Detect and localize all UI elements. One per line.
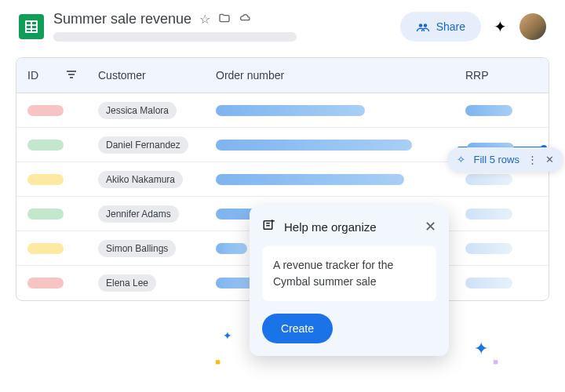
cloud-icon[interactable]: [239, 12, 251, 27]
svg-rect-11: [70, 77, 73, 78]
folder-icon[interactable]: [218, 12, 231, 27]
order-bar: [216, 243, 247, 254]
create-button[interactable]: Create: [262, 314, 333, 343]
order-bar: [216, 174, 404, 185]
fill-chip-label: Fill 5 rows: [473, 154, 519, 165]
customer-chip[interactable]: Jessica Malora: [98, 102, 177, 119]
id-badge: [27, 174, 64, 185]
svg-point-7: [418, 24, 422, 27]
svg-rect-5: [27, 30, 31, 31]
smart-fill-chip[interactable]: ✧ Fill 5 rows ⋮ ✕: [447, 147, 563, 172]
filter-icon[interactable]: [67, 69, 76, 82]
column-header-order[interactable]: Order number: [205, 58, 454, 93]
gemini-sparkle-icon[interactable]: ✦: [494, 17, 507, 36]
customer-chip[interactable]: Daniel Fernandez: [98, 136, 188, 154]
svg-rect-9: [67, 71, 76, 72]
sparkle-icon: ✦: [223, 329, 232, 342]
column-header-rrp[interactable]: RRP: [454, 58, 549, 93]
prompt-input[interactable]: A revenue tracker for the Cymbal summer …: [262, 246, 436, 301]
svg-rect-4: [32, 26, 36, 28]
share-button[interactable]: Share: [400, 12, 481, 42]
rrp-bar: [465, 174, 512, 185]
svg-rect-6: [32, 30, 36, 31]
customer-chip[interactable]: Jennifer Adams: [98, 205, 179, 223]
rrp-bar: [465, 209, 512, 220]
id-badge: [27, 140, 64, 151]
customer-chip[interactable]: Simon Ballings: [98, 240, 176, 257]
table-row[interactable]: Jessica Malora: [16, 93, 549, 128]
close-icon[interactable]: ✕: [545, 154, 554, 165]
close-icon[interactable]: ✕: [425, 218, 436, 235]
more-icon[interactable]: ⋮: [527, 154, 538, 165]
id-badge: [27, 243, 64, 254]
table-header-row: ID Customer Order number RRP: [16, 58, 549, 93]
share-label: Share: [436, 20, 465, 33]
help-me-organize-panel: Help me organize ✕ A revenue tracker for…: [250, 205, 449, 356]
svg-rect-10: [68, 74, 75, 75]
customer-chip[interactable]: Elena Lee: [98, 274, 156, 292]
magic-wand-icon: ✧: [457, 154, 465, 165]
svg-rect-3: [27, 26, 31, 28]
customer-chip[interactable]: Akiko Nakamura: [98, 171, 183, 188]
user-avatar[interactable]: [519, 13, 546, 40]
sparkle-icon: ◆: [490, 357, 501, 367]
svg-rect-2: [32, 22, 36, 24]
panel-title: Help me organize: [284, 220, 417, 234]
id-badge: [27, 209, 64, 220]
svg-rect-1: [27, 22, 31, 24]
id-badge: [27, 105, 64, 116]
organize-icon: [262, 218, 276, 235]
sheets-app-icon[interactable]: [19, 14, 44, 39]
order-bar: [216, 140, 412, 151]
rrp-bar: [465, 278, 512, 289]
sparkle-icon: ◆: [213, 357, 223, 367]
order-bar: [216, 105, 365, 116]
sparkle-icon: ✦: [474, 339, 488, 359]
star-icon[interactable]: ☆: [199, 12, 210, 27]
rrp-bar: [465, 243, 512, 254]
svg-point-8: [423, 24, 427, 27]
column-header-id[interactable]: ID: [16, 58, 87, 93]
document-title[interactable]: Summer sale revenue: [53, 11, 191, 27]
column-header-customer[interactable]: Customer: [87, 58, 205, 93]
rrp-bar: [465, 105, 512, 116]
id-badge: [27, 278, 64, 289]
menu-bar-placeholder: [53, 32, 297, 42]
